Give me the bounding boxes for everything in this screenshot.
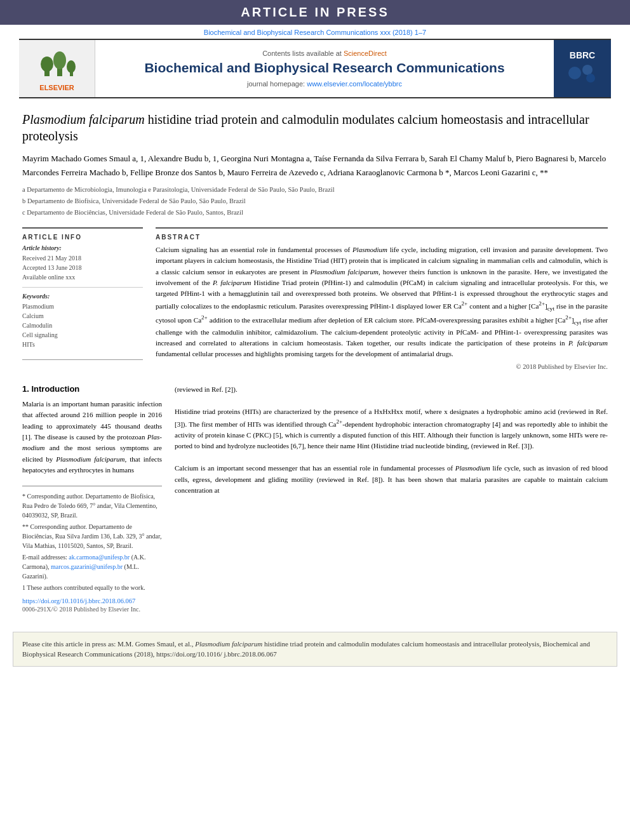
keywords-label: Keywords: — [22, 293, 143, 300]
homepage-url[interactable]: www.elsevier.com/locate/ybbrc — [307, 80, 402, 88]
accepted-date: Accepted 13 June 2018 — [22, 263, 143, 272]
elsevier-logo-container: ELSEVIER — [19, 40, 95, 97]
page: ARTICLE IN PRESS Biochemical and Biophys… — [0, 0, 630, 840]
received-date: Received 21 May 2018 — [22, 253, 143, 263]
abstract-label: Abstract — [156, 234, 608, 241]
keyword-5: HITs — [22, 340, 143, 349]
article-info-box: Article Info Article history: Received 2… — [22, 227, 143, 360]
article-info-column: Article Info Article history: Received 2… — [22, 227, 143, 370]
footnotes: * Corresponding author. Departamento de … — [22, 486, 162, 592]
available-online: Available online xxx — [22, 272, 143, 282]
doi-line[interactable]: https://doi.org/10.1016/j.bbrc.2018.06.0… — [22, 597, 162, 604]
homepage-text: journal homepage: — [247, 80, 305, 88]
introduction-section: 1. Introduction Malaria is an important … — [22, 384, 608, 613]
title-italic-part: Plasmodium falciparum — [22, 112, 145, 126]
journal-ref-text: Biochemical and Biophysical Research Com… — [204, 29, 426, 36]
citation-bar: Please cite this article in press as: M.… — [13, 632, 617, 667]
intro-left-column: 1. Introduction Malaria is an important … — [22, 384, 162, 613]
keyword-1: Plasmodium — [22, 302, 143, 311]
copyright-line: © 2018 Published by Elsevier Inc. — [156, 363, 608, 370]
sciencedirect-line: Contents lists available at ScienceDirec… — [262, 50, 387, 57]
svg-point-9 — [582, 65, 593, 75]
keyword-2: Calcium — [22, 311, 143, 321]
affiliation-c: c Departamento de Biociências, Universid… — [22, 208, 608, 218]
email-link-1[interactable]: ak.carmona@unifesp.br — [69, 554, 130, 561]
abstract-column: Abstract Calcium signaling has an essent… — [156, 227, 608, 370]
citation-please-text: Please cite this article in press as: M.… — [22, 640, 195, 648]
journal-reference: Biochemical and Biophysical Research Com… — [0, 25, 630, 39]
intro-heading: 1. Introduction — [22, 384, 162, 394]
bbrc-logo-container: BBRC — [554, 40, 611, 97]
intro-right-text: (reviewed in Ref. [2]). Histidine triad … — [175, 384, 608, 496]
bbrc-badge: BBRC — [565, 50, 600, 88]
journal-title: Biochemical and Biophysical Research Com… — [144, 60, 504, 76]
info-abstract-row: Article Info Article history: Received 2… — [22, 227, 608, 370]
bbrc-text: BBRC — [565, 50, 600, 60]
footnote-email: E-mail addresses: ak.carmona@unifesp.br … — [22, 552, 162, 581]
abstract-text: Calcium signaling has an essential role … — [156, 244, 608, 359]
affiliation-a: a Departamento de Microbiologia, Imunolo… — [22, 185, 608, 195]
svg-point-2 — [41, 57, 53, 72]
issn-line: 0006-291X/© 2018 Published by Elsevier I… — [22, 606, 162, 613]
article-history-group: Article history: Received 21 May 2018 Ac… — [22, 244, 143, 288]
homepage-line: journal homepage: www.elsevier.com/locat… — [247, 80, 402, 88]
bbrc-image-icon — [565, 60, 600, 86]
email-label: E-mail addresses: — [22, 554, 69, 561]
article-title: Plasmodium falciparum histidine triad pr… — [22, 111, 608, 144]
citation-title-italic: Plasmodium falciparum — [195, 640, 262, 648]
authors-line: Mayrim Machado Gomes Smaul a, 1, Alexand… — [22, 152, 608, 180]
article-in-press-label: ARTICLE IN PRESS — [241, 5, 389, 19]
svg-point-10 — [586, 74, 595, 83]
elsevier-wordmark: ELSEVIER — [39, 84, 74, 91]
sciencedirect-link-text[interactable]: ScienceDirect — [344, 50, 387, 57]
header-center: Contents lists available at ScienceDirec… — [95, 40, 554, 97]
keywords-group: Keywords: Plasmodium Calcium Calmodulin … — [22, 293, 143, 349]
elsevier-tree-icon — [38, 46, 76, 81]
authors-text: Mayrim Machado Gomes Smaul a, 1, Alexand… — [22, 154, 606, 177]
history-label: Article history: — [22, 244, 143, 251]
affiliation-b: b Departamento de Biofísica, Universidad… — [22, 196, 608, 206]
doi-text[interactable]: https://doi.org/10.1016/j.bbrc.2018.06.0… — [22, 597, 135, 604]
svg-point-4 — [53, 51, 66, 69]
intro-right-column: (reviewed in Ref. [2]). Histidine triad … — [175, 384, 608, 613]
keyword-3: Calmodulin — [22, 321, 143, 330]
article-info-label: Article Info — [22, 234, 143, 241]
article-in-press-bar: ARTICLE IN PRESS — [0, 0, 630, 25]
footnote-double-star: ** Corresponding author. Departamento de… — [22, 522, 162, 550]
svg-point-8 — [568, 67, 581, 79]
email-link-2[interactable]: marcos.gazarini@unifesp.br — [51, 563, 123, 570]
abstract-section: Abstract Calcium signaling has an essent… — [156, 227, 608, 370]
affiliations: a Departamento de Microbiologia, Imunolo… — [22, 185, 608, 217]
journal-header: ELSEVIER Contents lists available at Sci… — [19, 39, 611, 98]
svg-point-6 — [67, 60, 76, 73]
keyword-4: Cell signaling — [22, 330, 143, 340]
footnote-star: * Corresponding author. Departamento de … — [22, 491, 162, 520]
contents-text: Contents lists available at — [262, 50, 342, 57]
footnote-1: 1 These authors contributed equally to t… — [22, 583, 162, 592]
intro-left-text: Malaria is an important human parasitic … — [22, 399, 162, 476]
main-content: Plasmodium falciparum histidine triad pr… — [0, 98, 630, 622]
